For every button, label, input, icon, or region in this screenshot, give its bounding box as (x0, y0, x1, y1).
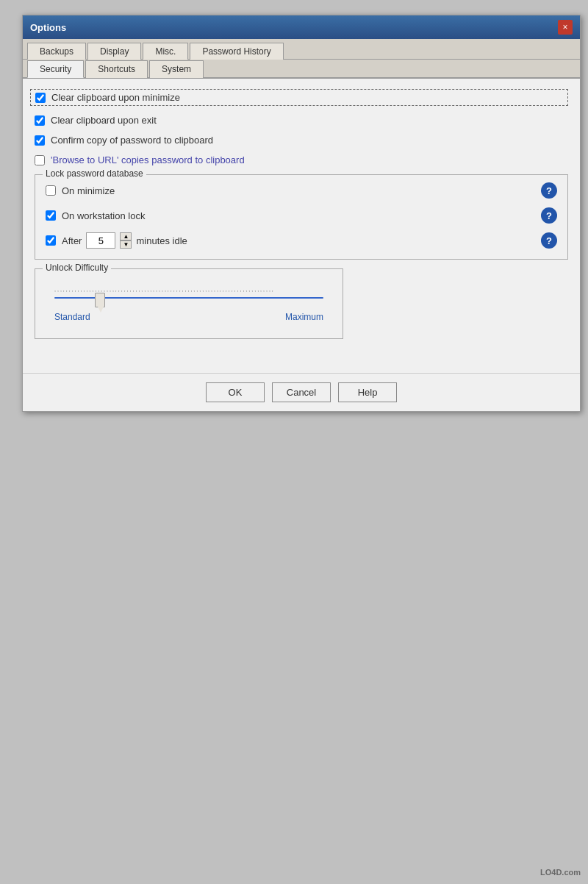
after-label[interactable]: After (62, 235, 82, 246)
watermark: LO4D.com (540, 868, 581, 877)
on-workstation-checkbox[interactable] (46, 210, 56, 221)
clear-exit-checkbox[interactable] (35, 115, 45, 126)
browse-url-checkbox[interactable] (35, 155, 45, 165)
checkbox-browse-url-row: 'Browse to URL' copies password to clipb… (35, 154, 568, 165)
tab-backups[interactable]: Backups (27, 43, 86, 60)
idle-decrement-button[interactable]: ▼ (120, 240, 132, 249)
tab-misc[interactable]: Misc. (143, 43, 188, 60)
slider-min-label: Standard (54, 312, 90, 322)
content-area: Clear clipboard upon minimize Clear clip… (23, 79, 580, 358)
slider-max-label: Maximum (285, 312, 323, 322)
on-minimize-checkbox[interactable] (46, 185, 56, 196)
confirm-copy-label[interactable]: Confirm copy of password to clipboard (51, 135, 213, 146)
tabs-row2: Security Shortcuts System (23, 60, 580, 79)
on-minimize-row: On minimize ? (46, 182, 557, 199)
on-minimize-label[interactable]: On minimize (62, 185, 541, 196)
on-workstation-row: On workstation lock ? (46, 207, 557, 224)
bottom-bar: OK Cancel Help (23, 373, 580, 411)
help-button[interactable]: Help (338, 382, 397, 402)
browse-url-label[interactable]: 'Browse to URL' copies password to clipb… (51, 154, 245, 165)
slider-track: ,,,,,,,,,,,,,,,,,,,,,,,,,,,,,,,,,,,,,,,,… (54, 287, 323, 309)
slider-handle[interactable] (95, 293, 105, 307)
on-workstation-label[interactable]: On workstation lock (62, 210, 541, 221)
clear-minimize-checkbox[interactable] (35, 93, 46, 103)
on-workstation-help-button[interactable]: ? (541, 207, 557, 224)
options-dialog: Options × Backups Display Misc. Password… (22, 15, 581, 412)
lock-password-group: Lock password database On minimize ? On … (35, 174, 568, 260)
after-idle-help-button[interactable]: ? (541, 232, 557, 249)
lock-group-title: Lock password database (43, 168, 146, 179)
slider-container: ,,,,,,,,,,,,,,,,,,,,,,,,,,,,,,,,,,,,,,,,… (47, 287, 331, 322)
tab-security[interactable]: Security (27, 60, 84, 78)
on-minimize-help-button[interactable]: ? (541, 182, 557, 199)
dialog-title: Options (30, 22, 66, 33)
tab-shortcuts[interactable]: Shortcuts (85, 60, 148, 78)
idle-increment-button[interactable]: ▲ (120, 232, 132, 240)
close-button[interactable]: × (558, 20, 573, 35)
clear-exit-label[interactable]: Clear clipboard upon exit (51, 115, 157, 126)
idle-minutes-input[interactable] (86, 232, 115, 249)
confirm-copy-checkbox[interactable] (35, 135, 45, 146)
tab-password-history[interactable]: Password History (190, 43, 283, 60)
after-idle-checkbox[interactable] (46, 235, 56, 246)
idle-spinner-group: After ▲ ▼ minutes idle (62, 232, 187, 249)
cancel-button[interactable]: Cancel (272, 382, 331, 402)
tab-display[interactable]: Display (87, 43, 141, 60)
idle-spinner-buttons: ▲ ▼ (120, 232, 132, 249)
checkbox-clear-exit-row: Clear clipboard upon exit (35, 115, 568, 126)
checkbox-confirm-copy-row: Confirm copy of password to clipboard (35, 135, 568, 146)
unlock-group-title: Unlock Difficulty (43, 263, 111, 273)
ok-button[interactable]: OK (206, 382, 265, 402)
tabs-row1: Backups Display Misc. Password History (23, 39, 580, 60)
unlock-difficulty-group: Unlock Difficulty ,,,,,,,,,,,,,,,,,,,,,,… (35, 268, 343, 339)
checkbox-clear-minimize-row: Clear clipboard upon minimize (30, 89, 568, 106)
clear-minimize-label[interactable]: Clear clipboard upon minimize (51, 92, 180, 103)
tab-system[interactable]: System (149, 60, 204, 78)
minutes-idle-label: minutes idle (136, 235, 187, 246)
title-bar: Options × (23, 15, 580, 39)
after-idle-row: After ▲ ▼ minutes idle ? (46, 232, 557, 249)
slider-labels: Standard Maximum (54, 312, 323, 322)
